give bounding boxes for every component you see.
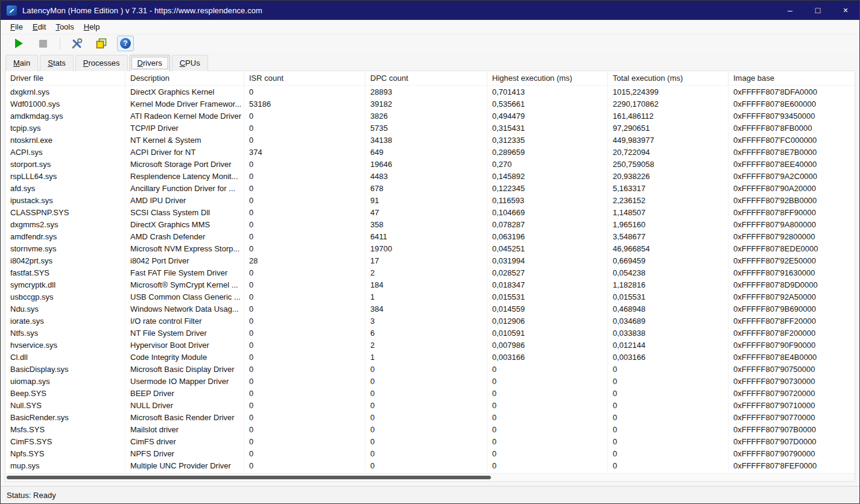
table-row[interactable]: dxgkrnl.sys DirectX Graphics Kernel 0 28… (5, 86, 855, 98)
table-row[interactable]: CLASSPNP.SYS SCSI Class System Dll 0 47 … (5, 206, 855, 218)
cell-isr-count: 0 (244, 351, 365, 363)
table-row[interactable]: amdfendr.sys AMD Crash Defender 0 6411 0… (5, 230, 855, 242)
cell-total-execution: 0 (608, 363, 729, 375)
cell-isr-count: 0 (244, 303, 365, 315)
menu-help[interactable]: Help (79, 20, 105, 33)
latencymon-window: LatencyMon (Home Edition ) v 7.31 - http… (0, 0, 860, 504)
table-row[interactable]: uiomap.sys Usermode IO Mapper Driver 0 0… (5, 375, 855, 387)
cell-image-base: 0xFFFFF807'90790000 (729, 447, 855, 459)
cell-highest-execution: 0,122345 (487, 182, 608, 194)
column-header-driver-file[interactable]: Driver file (5, 71, 125, 85)
horizontal-scrollbar-thumb[interactable] (7, 476, 491, 479)
menu-tools[interactable]: Tools (51, 20, 78, 33)
table-row[interactable]: Null.SYS NULL Driver 0 0 0 0 0xFFFFF807'… (5, 399, 855, 411)
cell-driver-file: Ntfs.sys (5, 327, 125, 339)
cell-driver-file: BasicRender.sys (5, 411, 125, 423)
tab-cpus[interactable]: CPUs (172, 55, 208, 71)
tab-processes[interactable]: Processes (75, 55, 128, 71)
cell-image-base: 0xFFFFF807'8FF90000 (729, 206, 855, 218)
table-row[interactable]: hvservice.sys Hypervisor Boot Driver 0 2… (5, 339, 855, 351)
titlebar[interactable]: LatencyMon (Home Edition ) v 7.31 - http… (1, 1, 859, 20)
cell-dpc-count: 358 (365, 218, 487, 230)
cell-total-execution: 0,034689 (608, 315, 729, 327)
cell-highest-execution: 0 (487, 387, 608, 399)
maximize-button[interactable]: □ (804, 1, 832, 20)
cell-dpc-count: 6411 (365, 230, 487, 242)
cell-dpc-count: 678 (365, 182, 487, 194)
cell-highest-execution: 0,045251 (487, 242, 608, 254)
cell-dpc-count: 384 (365, 303, 487, 315)
cell-isr-count: 0 (244, 447, 365, 459)
cell-driver-file: amdfendr.sys (5, 230, 125, 242)
table-row[interactable]: ipustack.sys AMD IPU Driver 0 91 0,11659… (5, 194, 855, 206)
cell-total-execution: 161,486112 (608, 110, 729, 122)
table-row[interactable]: storport.sys Microsoft Storage Port Driv… (5, 158, 855, 170)
table-row[interactable]: Ndu.sys Windows Network Data Usag... 0 3… (5, 303, 855, 315)
table-row[interactable]: iorate.sys I/O rate control Filter 0 3 0… (5, 315, 855, 327)
cell-driver-file: fastfat.SYS (5, 266, 125, 279)
cell-highest-execution: 0,315431 (487, 122, 608, 134)
table-row[interactable]: ACPI.sys ACPI Driver for NT 374 649 0,28… (5, 146, 855, 158)
table-row[interactable]: dxgmms2.sys DirectX Graphics MMS 0 358 0… (5, 218, 855, 230)
column-header-description[interactable]: Description (125, 71, 244, 85)
cell-total-execution: 0 (608, 447, 729, 459)
table-row[interactable]: symcryptk.dll Microsoft® SymCrypt Kernel… (5, 279, 855, 291)
horizontal-scrollbar[interactable] (5, 473, 855, 481)
cell-highest-execution: 0,494479 (487, 110, 608, 122)
column-header-total-execution[interactable]: Total execution (ms) (608, 71, 729, 85)
table-row[interactable]: Beep.SYS BEEP Driver 0 0 0 0 0xFFFFF807'… (5, 387, 855, 399)
tab-stats[interactable]: Stats (40, 55, 74, 71)
cell-total-execution: 97,290651 (608, 122, 729, 134)
cell-description: Code Integrity Module (125, 351, 244, 363)
table-row[interactable]: Msfs.SYS Mailslot driver 0 0 0 0 0xFFFFF… (5, 423, 855, 435)
cell-driver-file: rspLLL64.sys (5, 170, 125, 182)
table-row[interactable]: mup.sys Multiple UNC Provider Driver 0 0… (5, 459, 855, 471)
table-row[interactable]: ntoskrnl.exe NT Kernel & System 0 34138 … (5, 134, 855, 146)
cell-driver-file: Npfs.SYS (5, 447, 125, 459)
table-row[interactable]: Cl.dll Code Integrity Module 0 1 0,00316… (5, 351, 855, 363)
table-row[interactable]: fastfat.SYS Fast FAT File System Driver … (5, 266, 855, 279)
table-row[interactable]: Wdf01000.sys Kernel Mode Driver Framewor… (5, 98, 855, 110)
menu-file[interactable]: File (5, 20, 28, 33)
column-header-dpc-count[interactable]: DPC count (365, 71, 487, 85)
cell-description: CimFS driver (125, 435, 244, 447)
table-row[interactable]: tcpip.sys TCP/IP Driver 0 5735 0,315431 … (5, 122, 855, 134)
cell-isr-count: 0 (244, 230, 365, 242)
table-row[interactable]: usbccgp.sys USB Common Class Generic ...… (5, 291, 855, 303)
start-monitor-button[interactable] (10, 36, 27, 51)
column-header-highest-execution[interactable]: Highest execution (ms) (487, 71, 608, 85)
cell-image-base: 0xFFFFF807'8FF20000 (729, 315, 855, 327)
table-row[interactable]: afd.sys Ancillary Function Driver for ..… (5, 182, 855, 194)
stop-monitor-button[interactable] (34, 36, 51, 51)
copy-windows-icon (95, 37, 107, 49)
cell-isr-count: 0 (244, 411, 365, 423)
tab-main[interactable]: Main (5, 55, 38, 71)
cell-driver-file: Beep.SYS (5, 387, 125, 399)
help-button[interactable]: ? (117, 36, 134, 51)
cell-image-base: 0xFFFFF807'8E600000 (729, 98, 855, 110)
column-header-isr-count[interactable]: ISR count (244, 71, 365, 85)
table-row[interactable]: BasicDisplay.sys Microsoft Basic Display… (5, 363, 855, 375)
copy-report-button[interactable] (93, 36, 110, 51)
table-row[interactable]: stornvme.sys Microsoft NVM Express Storp… (5, 242, 855, 254)
table-row[interactable]: rspLLL64.sys Resplendence Latency Monit.… (5, 170, 855, 182)
close-button[interactable]: × (832, 1, 859, 20)
cell-driver-file: uiomap.sys (5, 375, 125, 387)
table-row[interactable]: Ntfs.sys NT File System Driver 0 6 0,010… (5, 327, 855, 339)
column-header-image-base[interactable]: Image base (729, 71, 855, 85)
table-row[interactable]: CimFS.SYS CimFS driver 0 0 0 0 0xFFFFF80… (5, 435, 855, 447)
table-row[interactable]: amdkmdag.sys ATI Radeon Kernel Mode Driv… (5, 110, 855, 122)
tools-options-button[interactable] (69, 36, 86, 51)
window-controls: – □ × (776, 1, 859, 20)
cell-description: ATI Radeon Kernel Mode Driver (125, 110, 244, 122)
minimize-button[interactable]: – (776, 1, 804, 20)
cell-dpc-count: 1 (365, 351, 487, 363)
cell-dpc-count: 91 (365, 194, 487, 206)
cell-dpc-count: 17 (365, 254, 487, 266)
menu-edit[interactable]: Edit (28, 20, 51, 33)
table-row[interactable]: Npfs.SYS NPFS Driver 0 0 0 0 0xFFFFF807'… (5, 447, 855, 459)
table-row[interactable]: i8042prt.sys i8042 Port Driver 28 17 0,0… (5, 254, 855, 266)
tab-drivers[interactable]: Drivers (130, 55, 170, 71)
table-row[interactable]: BasicRender.sys Microsoft Basic Render D… (5, 411, 855, 423)
cell-image-base: 0xFFFFF807'9A800000 (729, 218, 855, 230)
